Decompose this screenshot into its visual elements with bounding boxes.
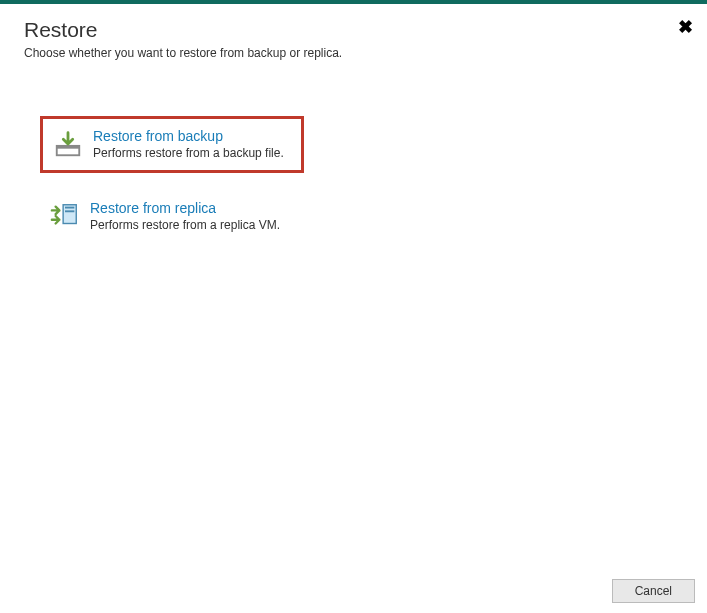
svg-rect-4 <box>65 210 74 212</box>
option-text-group: Restore from replica Performs restore fr… <box>90 199 280 234</box>
option-restore-from-replica[interactable]: Restore from replica Performs restore fr… <box>40 191 304 242</box>
option-title: Restore from replica <box>90 199 280 217</box>
dialog-header: Restore Choose whether you want to resto… <box>0 4 707 60</box>
dialog-subtitle: Choose whether you want to restore from … <box>24 46 707 60</box>
dialog-footer: Cancel <box>612 579 695 603</box>
download-box-icon <box>53 129 83 159</box>
dialog-title: Restore <box>24 18 707 42</box>
option-description: Performs restore from a replica VM. <box>90 218 280 234</box>
close-icon: ✖ <box>678 17 693 37</box>
restore-options: Restore from backup Performs restore fro… <box>0 116 707 242</box>
svg-rect-3 <box>65 206 74 208</box>
replica-vm-icon <box>50 201 80 231</box>
option-text-group: Restore from backup Performs restore fro… <box>93 127 284 162</box>
cancel-button[interactable]: Cancel <box>612 579 695 603</box>
option-description: Performs restore from a backup file. <box>93 146 284 162</box>
svg-rect-1 <box>57 146 80 149</box>
option-title: Restore from backup <box>93 127 284 145</box>
option-restore-from-backup[interactable]: Restore from backup Performs restore fro… <box>40 116 304 173</box>
close-button[interactable]: ✖ <box>676 16 695 38</box>
